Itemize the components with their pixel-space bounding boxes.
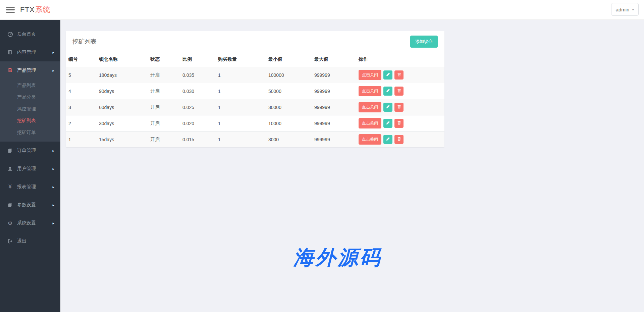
cell-max: 999999	[312, 67, 356, 83]
edit-button[interactable]	[383, 135, 392, 144]
page-title: 挖矿列表	[72, 38, 97, 46]
edit-button[interactable]	[383, 103, 392, 112]
sidebar-item-orders[interactable]: 订单管理 ▸	[0, 142, 60, 160]
edit-button[interactable]	[383, 70, 392, 80]
delete-button[interactable]	[394, 119, 404, 128]
col-name: 锁仓名称	[96, 52, 148, 67]
cell-max: 999999	[312, 99, 356, 115]
watermark: 海外源码	[293, 244, 382, 271]
toggle-close-button[interactable]: 点击关闭	[359, 118, 381, 128]
trash-icon	[397, 137, 401, 142]
cell-ratio: 0.035	[180, 67, 215, 83]
gears-icon: ⚙	[7, 220, 13, 226]
sidebar-item-label: 参数设置	[17, 202, 36, 208]
pencil-icon	[386, 88, 390, 94]
col-min: 最小值	[266, 52, 312, 67]
sidebar-item-reports[interactable]: ¥ 报表管理 ▸	[0, 178, 60, 196]
cell-qty: 1	[215, 99, 266, 115]
cell-id: 2	[66, 115, 96, 132]
pencil-icon	[386, 137, 390, 142]
sidebar-item-logout[interactable]: 退出	[0, 232, 60, 250]
cell-max: 999999	[312, 115, 356, 132]
trash-icon	[397, 88, 401, 94]
col-qty: 购买数量	[215, 52, 266, 67]
table-row: 5 180days 开启 0.035 1 100000 999999 点击关闭	[66, 67, 444, 83]
cell-qty: 1	[215, 67, 266, 83]
bitcoin-icon: B	[7, 67, 13, 73]
cell-id: 4	[66, 83, 96, 99]
cell-min: 100000	[266, 67, 312, 83]
cell-status: 开启	[148, 115, 180, 132]
table-header-row: 编号 锁仓名称 状态 比例 购买数量 最小值 最大值 操作	[66, 52, 444, 67]
sidebar-item-label: 产品管理	[17, 67, 36, 73]
edit-button[interactable]	[383, 119, 392, 128]
chevron-right-icon: ▸	[52, 203, 54, 207]
cell-ratio: 0.025	[180, 99, 215, 115]
add-lock-button[interactable]: 添加锁仓	[410, 36, 438, 48]
cell-status: 开启	[148, 99, 180, 115]
cell-min: 30000	[266, 99, 312, 115]
table-row: 4 90days 开启 0.030 1 50000 999999 点击关闭	[66, 83, 444, 99]
delete-button[interactable]	[394, 103, 404, 112]
cell-min: 10000	[266, 115, 312, 132]
sidebar-item-mining-list[interactable]: 挖矿列表	[0, 115, 60, 126]
pencil-icon	[386, 72, 390, 78]
chevron-right-icon: ▸	[52, 221, 54, 225]
cell-id: 3	[66, 99, 96, 115]
sidebar-item-label: 内容管理	[17, 49, 36, 55]
cell-qty: 1	[215, 132, 266, 148]
cell-max: 999999	[312, 132, 356, 148]
edit-button[interactable]	[383, 87, 392, 96]
delete-button[interactable]	[394, 135, 404, 144]
col-ratio: 比例	[180, 52, 215, 67]
sidebar-group-products: B 产品管理 ▸ 产品列表 产品分类 风控管理 挖矿列表 挖矿订单	[0, 61, 60, 142]
chevron-right-icon: ▸	[52, 185, 54, 189]
cell-status: 开启	[148, 67, 180, 83]
trash-icon	[397, 104, 401, 110]
cell-name: 90days	[96, 83, 148, 99]
toggle-close-button[interactable]: 点击关闭	[359, 134, 381, 145]
dashboard-icon	[7, 32, 13, 37]
cell-name: 30days	[96, 115, 148, 132]
sidebar-item-product-category[interactable]: 产品分类	[0, 91, 60, 103]
table-row: 1 15days 开启 0.015 1 3000 999999 点击关闭	[66, 132, 444, 148]
col-id: 编号	[66, 52, 96, 67]
cell-min: 3000	[266, 132, 312, 148]
cell-id: 5	[66, 67, 96, 83]
mining-table: 编号 锁仓名称 状态 比例 购买数量 最小值 最大值 操作 5 180days	[66, 52, 444, 147]
user-menu[interactable]: admin ▾	[611, 3, 639, 16]
mining-list-panel: 挖矿列表 添加锁仓 编号 锁仓名称 状态 比例 购买数量 最小值	[66, 31, 444, 147]
trash-icon	[397, 120, 401, 126]
toggle-close-button[interactable]: 点击关闭	[359, 102, 381, 112]
sidebar-item-content[interactable]: 内容管理 ▸	[0, 43, 60, 61]
toggle-close-button[interactable]: 点击关闭	[359, 70, 381, 80]
delete-button[interactable]	[394, 87, 404, 96]
sidebar-item-system-settings[interactable]: ⚙ 系统设置 ▸	[0, 214, 60, 232]
cell-id: 1	[66, 132, 96, 148]
menu-toggle-icon[interactable]	[6, 7, 15, 13]
sidebar-item-dashboard[interactable]: 后台首页	[0, 25, 60, 43]
sidebar-item-parameters[interactable]: 参数设置 ▸	[0, 196, 60, 214]
sidebar-item-mining-orders[interactable]: 挖矿订单	[0, 126, 60, 138]
cell-name: 180days	[96, 67, 148, 83]
toggle-close-button[interactable]: 点击关闭	[359, 86, 381, 96]
chevron-right-icon: ▸	[52, 149, 54, 153]
top-navbar: FTX 系统 admin ▾	[0, 0, 644, 20]
pencil-icon	[386, 120, 390, 126]
pencil-icon	[386, 104, 390, 110]
sidebar: 后台首页 内容管理 ▸ B 产品管理 ▸ 产品列表 产品分类 风控管理 挖矿列表…	[0, 20, 60, 312]
chevron-right-icon: ▸	[52, 167, 54, 171]
username-label: admin	[616, 7, 630, 12]
sidebar-item-products[interactable]: B 产品管理 ▸	[0, 61, 60, 80]
sidebar-item-risk-control[interactable]: 风控管理	[0, 103, 60, 115]
col-status: 状态	[148, 52, 180, 67]
app-root: FTX 系统 admin ▾ 后台首页 内容管理 ▸ B 产品管理	[0, 0, 644, 312]
sidebar-item-users[interactable]: 用户管理 ▸	[0, 160, 60, 178]
cell-name: 60days	[96, 99, 148, 115]
sidebar-item-label: 用户管理	[17, 166, 36, 172]
sidebar-item-product-list[interactable]: 产品列表	[0, 80, 60, 91]
app-logo: FTX 系统	[20, 5, 50, 15]
logout-icon	[7, 239, 13, 244]
sidebar-item-label: 退出	[17, 238, 26, 244]
delete-button[interactable]	[394, 70, 404, 80]
